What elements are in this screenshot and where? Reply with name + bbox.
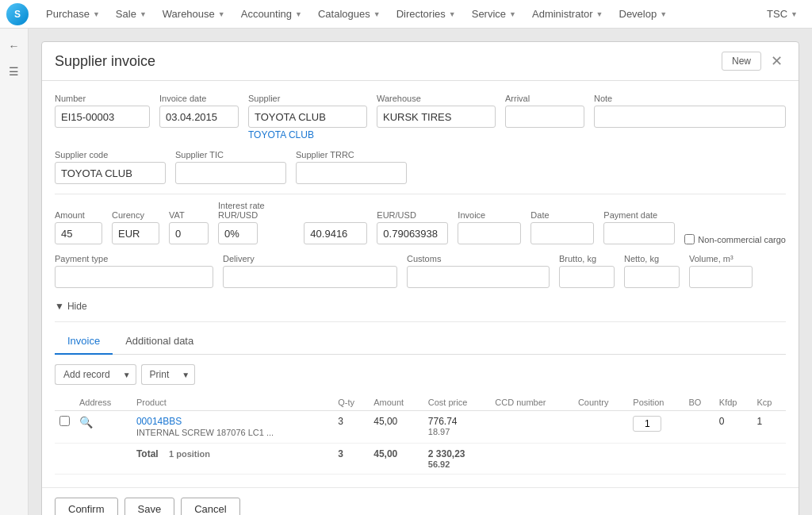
print-button[interactable]: Print: [141, 364, 178, 385]
sidebar-list-button[interactable]: ☰: [3, 60, 25, 83]
sidebar-back-button[interactable]: ←: [3, 35, 25, 57]
invoice-date-input[interactable]: [159, 106, 239, 128]
form-row-1: Number Invoice date Supplier TOYOTA CLUB…: [55, 94, 786, 140]
hide-arrow-icon: ▼: [55, 301, 64, 312]
invoice-date-label: Invoice date: [159, 94, 239, 103]
add-record-button[interactable]: Add record: [55, 364, 118, 385]
app-logo[interactable]: S: [6, 3, 29, 25]
col-address: Address: [75, 394, 132, 411]
date-input[interactable]: [530, 222, 594, 244]
interest-rate-input[interactable]: [218, 222, 258, 244]
col-bo: BO: [684, 394, 714, 411]
customs-input[interactable]: [407, 266, 550, 288]
nav-sale[interactable]: Sale ▼: [108, 0, 155, 29]
payment-type-input[interactable]: [55, 266, 213, 288]
nav-administrator[interactable]: Administrator ▼: [524, 0, 611, 29]
table-total-row: Total 1 position 3 45,00 2 330,23 56.92: [55, 444, 786, 475]
nav-catalogues[interactable]: Catalogues ▼: [310, 0, 389, 29]
nav-purchase[interactable]: Purchase ▼: [38, 0, 108, 29]
nav-accounting-arrow: ▼: [295, 10, 302, 18]
row-product-link[interactable]: 00014BBS: [136, 416, 328, 427]
nav-develop[interactable]: Develop ▼: [611, 0, 676, 29]
non-commercial-label[interactable]: Non-commercial cargo: [684, 234, 786, 244]
warehouse-label: Warehouse: [377, 94, 496, 103]
save-button[interactable]: Save: [124, 498, 175, 515]
rur-usd-input[interactable]: [304, 222, 367, 244]
row-checkbox[interactable]: [59, 416, 70, 426]
supplier-code-input[interactable]: [55, 162, 166, 184]
volume-group: Volume, m³: [689, 254, 753, 288]
sidebar: ← ☰: [0, 29, 29, 515]
invoice-input[interactable]: [458, 222, 521, 244]
brutto-label: Brutto, kg: [559, 254, 615, 263]
tab-additional-data[interactable]: Additional data: [113, 329, 206, 355]
payment-type-group: Payment type: [55, 254, 213, 288]
volume-input[interactable]: [689, 266, 753, 288]
amount-input[interactable]: [55, 222, 102, 244]
tab-invoice[interactable]: Invoice: [55, 329, 113, 355]
supplier-code-label: Supplier code: [55, 150, 166, 159]
row-country: [573, 411, 628, 444]
row-position[interactable]: [628, 411, 684, 444]
brutto-input[interactable]: [559, 266, 615, 288]
delivery-group: Delivery: [223, 254, 397, 288]
delivery-input[interactable]: [223, 266, 397, 288]
total-cost: 2 330,23 56.92: [423, 444, 490, 475]
supplier-input[interactable]: [248, 106, 367, 128]
dialog-title: Supplier invoice: [55, 53, 155, 70]
nav-service-arrow: ▼: [509, 10, 516, 18]
supplier-trrc-input[interactable]: [296, 162, 407, 184]
add-record-dropdown[interactable]: ▼: [118, 364, 136, 385]
row-bo: [684, 411, 714, 444]
row-search-icon[interactable]: 🔍: [79, 416, 93, 429]
netto-input[interactable]: [624, 266, 680, 288]
close-button[interactable]: ✕: [768, 52, 786, 70]
currency-input[interactable]: [112, 222, 159, 244]
eur-usd-label: EUR/USD: [377, 210, 448, 220]
vat-input[interactable]: [169, 222, 209, 244]
note-input[interactable]: [594, 106, 786, 128]
table-row: 🔍 00014BBS INTERNAL SCREW 187076 LC1 ...…: [55, 411, 786, 444]
supplier-tic-label: Supplier TIC: [175, 150, 286, 159]
nav-directories[interactable]: Directories ▼: [389, 0, 464, 29]
row-ccd: [490, 411, 573, 444]
brutto-group: Brutto, kg: [559, 254, 615, 288]
supplier-tic-group: Supplier TIC: [175, 150, 286, 184]
row-product-name: INTERNAL SCREW 187076 LC1 ...: [136, 428, 274, 437]
payment-date-group: Payment date: [603, 210, 675, 244]
row-checkbox-cell: [55, 411, 75, 444]
print-group: Print ▼: [141, 364, 196, 385]
non-commercial-group: Non-commercial cargo: [684, 234, 786, 244]
print-dropdown[interactable]: ▼: [177, 364, 195, 385]
warehouse-input[interactable]: [377, 106, 496, 128]
nav-develop-arrow: ▼: [660, 10, 667, 18]
non-commercial-checkbox[interactable]: [684, 234, 695, 244]
eur-usd-input[interactable]: [377, 222, 448, 244]
row-amount: 45,00: [369, 411, 423, 444]
supplier-trrc-group: Supplier TRRC: [296, 150, 407, 184]
total-label: Total: [136, 448, 159, 459]
table-header-row: Address Product Q-ty Amount Cost price C…: [55, 394, 786, 411]
supplier-tic-input[interactable]: [175, 162, 286, 184]
form-row-4: Payment type Delivery Customs Brutto, kg: [55, 254, 786, 288]
nav-administrator-arrow: ▼: [596, 10, 603, 18]
nav-accounting[interactable]: Accounting ▼: [233, 0, 310, 29]
confirm-button[interactable]: Confirm: [55, 498, 118, 515]
row-position-input[interactable]: [633, 416, 661, 432]
nav-service[interactable]: Service ▼: [464, 0, 524, 29]
number-input[interactable]: [55, 106, 150, 128]
new-button[interactable]: New: [722, 52, 761, 71]
vat-group: VAT: [169, 210, 209, 244]
user-menu[interactable]: TSC ▼: [759, 0, 806, 29]
arrival-input[interactable]: [505, 106, 584, 128]
supplier-link[interactable]: TOYOTA CLUB: [248, 129, 367, 140]
col-ccd: CCD number: [490, 394, 573, 411]
cancel-button[interactable]: Cancel: [181, 498, 239, 515]
col-kfdp: Kfdp: [714, 394, 753, 411]
supplier-group: Supplier TOYOTA CLUB: [248, 94, 367, 140]
divider-1: [55, 194, 786, 194]
invoice-group: Invoice: [458, 210, 521, 244]
hide-toggle[interactable]: ▼ Hide: [55, 298, 786, 315]
nav-warehouse[interactable]: Warehouse ▼: [155, 0, 233, 29]
payment-date-input[interactable]: [603, 222, 675, 244]
